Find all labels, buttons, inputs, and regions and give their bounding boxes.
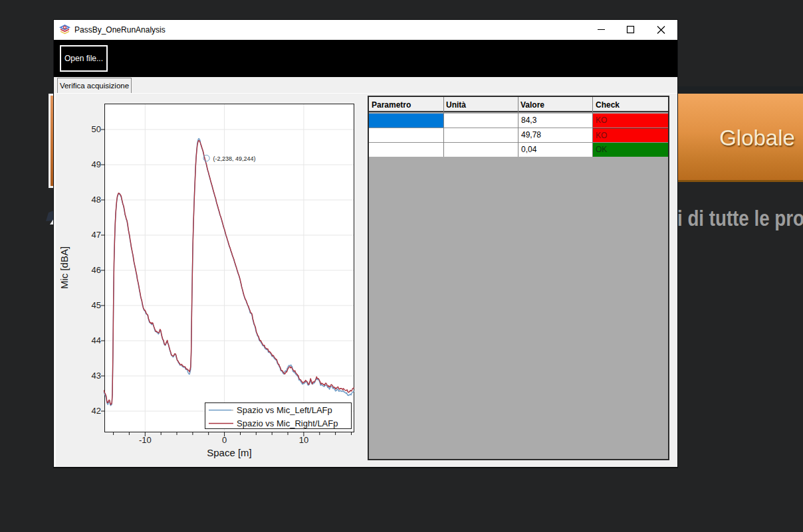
svg-text:50: 50 — [92, 124, 101, 134]
svg-text:-10: -10 — [139, 435, 152, 445]
svg-text:49: 49 — [92, 159, 101, 169]
svg-text:Space [m]: Space [m] — [207, 447, 252, 458]
svg-text:47: 47 — [92, 230, 101, 240]
svg-text:42: 42 — [92, 406, 101, 416]
svg-text:(-2,238, 49,244): (-2,238, 49,244) — [213, 155, 256, 162]
svg-text:44: 44 — [92, 335, 101, 345]
svg-text:43: 43 — [92, 371, 101, 381]
svg-text:45: 45 — [92, 300, 101, 310]
svg-text:i di tutte le pro: i di tutte le pro — [677, 206, 803, 231]
svg-text:48: 48 — [92, 195, 101, 205]
svg-text:Spazio vs Mic_Right/LAFp: Spazio vs Mic_Right/LAFp — [237, 418, 338, 428]
svg-text:Spazio vs Mic_Left/LAFp: Spazio vs Mic_Left/LAFp — [237, 405, 332, 415]
svg-text:Mic [dBA]: Mic [dBA] — [58, 246, 70, 289]
svg-text:0: 0 — [222, 435, 227, 445]
svg-text:46: 46 — [92, 265, 101, 275]
svg-text:10: 10 — [299, 435, 308, 445]
